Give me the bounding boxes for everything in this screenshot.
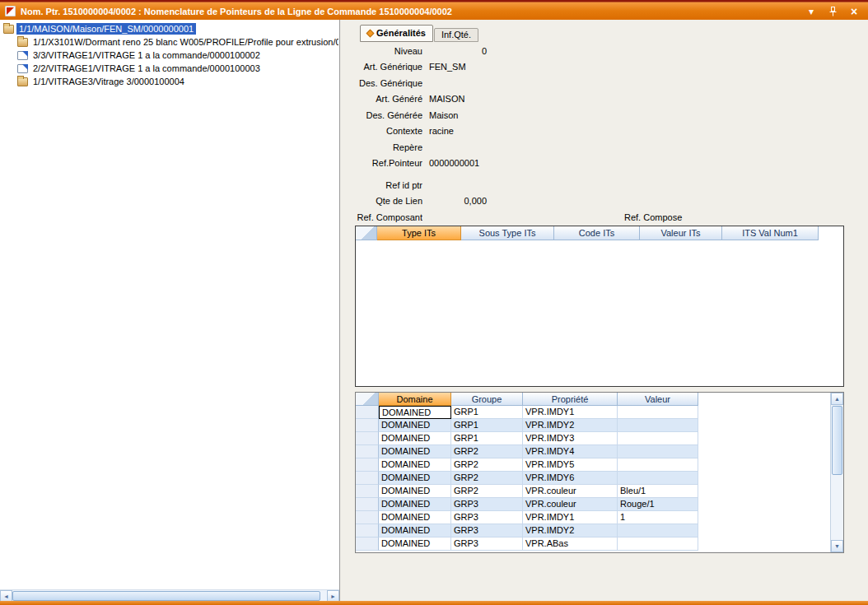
row-selector-cell[interactable]: [356, 406, 379, 419]
cell-groupe[interactable]: GRP3: [451, 524, 523, 538]
domain-grid-row[interactable]: DOMAINED GRP1 VPR.IMDY3: [356, 432, 830, 445]
cell-valeur[interactable]: [618, 432, 698, 445]
cell-domaine[interactable]: DOMAINED: [379, 498, 451, 511]
domain-column-header[interactable]: Valeur: [618, 393, 698, 406]
cell-domaine[interactable]: DOMAINED: [379, 524, 451, 538]
tree-item[interactable]: 2/2/VITRAGE1/VITRAGE 1 a la commande/000…: [0, 62, 338, 75]
cell-propriete[interactable]: VPR.IMDY2: [523, 419, 618, 432]
domain-grid-row[interactable]: DOMAINED GRP3 VPR.IMDY1 1: [356, 511, 830, 524]
cell-domaine[interactable]: DOMAINED: [379, 511, 451, 524]
cell-valeur[interactable]: [618, 458, 698, 472]
cell-groupe[interactable]: GRP1: [451, 432, 523, 445]
cell-propriete[interactable]: VPR.IMDY3: [523, 432, 618, 445]
tree-horizontal-scrollbar[interactable]: ◄ ►: [0, 589, 339, 601]
its-column-header[interactable]: Sous Type ITs: [461, 226, 554, 240]
cell-groupe[interactable]: GRP3: [451, 538, 523, 551]
cell-propriete[interactable]: VPR.IMDY5: [523, 458, 618, 472]
cell-propriete[interactable]: VPR.IMDY2: [523, 524, 618, 538]
row-selector-cell[interactable]: [356, 472, 379, 485]
cell-propriete[interactable]: VPR.ABas: [523, 538, 618, 551]
scroll-left-button[interactable]: ◄: [0, 590, 12, 602]
window-menu-dropdown-icon[interactable]: ▾: [805, 5, 817, 18]
domain-grid-row[interactable]: DOMAINED GRP2 VPR.couleur Bleu/1: [356, 485, 830, 498]
domain-vertical-scrollbar[interactable]: ▲ ▼: [830, 393, 843, 552]
cell-domaine[interactable]: DOMAINED: [379, 419, 451, 432]
window-bottom-edge: [0, 601, 868, 605]
cell-valeur[interactable]: [618, 445, 698, 458]
cell-domaine[interactable]: DOMAINED: [379, 432, 451, 445]
its-column-header[interactable]: ITS Val Num1: [722, 226, 819, 240]
cell-valeur[interactable]: [618, 538, 698, 551]
cell-propriete[interactable]: VPR.IMDY6: [523, 472, 618, 485]
tab[interactable]: Généralités: [360, 25, 433, 42]
tab[interactable]: Inf.Qté.: [434, 28, 478, 42]
scroll-up-button[interactable]: ▲: [831, 393, 843, 405]
row-selector-cell[interactable]: [356, 485, 379, 498]
tree-item[interactable]: 3/3/VITRAGE1/VITRAGE 1 a la commande/000…: [0, 49, 338, 62]
row-selector-cell[interactable]: [356, 432, 379, 445]
close-icon[interactable]: ×: [848, 5, 860, 18]
its-column-header[interactable]: Code ITs: [554, 226, 640, 240]
cell-domaine[interactable]: DOMAINED: [379, 538, 451, 551]
cell-domaine[interactable]: DOMAINED: [379, 406, 451, 419]
domain-grid-row[interactable]: DOMAINED GRP3 VPR.IMDY2: [356, 524, 830, 538]
domain-grid-row[interactable]: DOMAINED GRP2 VPR.IMDY4: [356, 445, 830, 458]
pin-icon[interactable]: [827, 5, 838, 18]
domain-grid-row[interactable]: DOMAINED GRP3 VPR.ABas: [356, 538, 830, 551]
cell-propriete[interactable]: VPR.couleur: [523, 498, 618, 511]
cell-propriete[interactable]: VPR.IMDY4: [523, 445, 618, 458]
row-selector-cell[interactable]: [356, 498, 379, 511]
pin-glyph: [829, 7, 837, 16]
row-selector-cell[interactable]: [356, 419, 379, 432]
row-selector-cell[interactable]: [356, 538, 379, 551]
domain-grid-row[interactable]: DOMAINED GRP1 VPR.IMDY1: [356, 406, 830, 419]
cell-groupe[interactable]: GRP2: [451, 485, 523, 498]
scroll-right-button[interactable]: ►: [327, 590, 339, 602]
its-select-all-corner[interactable]: [356, 226, 377, 240]
cell-valeur[interactable]: 1: [618, 511, 698, 524]
scroll-down-button[interactable]: ▼: [831, 540, 843, 552]
domain-column-header[interactable]: Propriété: [523, 393, 618, 406]
field-value: Maison: [429, 110, 458, 120]
row-selector-cell[interactable]: [356, 458, 379, 472]
row-selector-cell[interactable]: [356, 511, 379, 524]
cell-domaine[interactable]: DOMAINED: [379, 485, 451, 498]
scroll-thumb[interactable]: [12, 591, 320, 601]
cell-groupe[interactable]: GRP3: [451, 511, 523, 524]
cell-valeur[interactable]: Rouge/1: [618, 498, 698, 511]
its-column-header[interactable]: Type ITs: [377, 226, 461, 240]
cell-valeur[interactable]: Bleu/1: [618, 485, 698, 498]
cell-propriete[interactable]: VPR.couleur: [523, 485, 618, 498]
domain-select-all-corner[interactable]: [356, 393, 379, 406]
cell-valeur[interactable]: [618, 419, 698, 432]
its-grid-body[interactable]: [356, 240, 843, 386]
row-selector-cell[interactable]: [356, 445, 379, 458]
field-value: 0: [429, 46, 487, 56]
domain-grid-row[interactable]: DOMAINED GRP3 VPR.couleur Rouge/1: [356, 498, 830, 511]
cell-groupe[interactable]: GRP1: [451, 419, 523, 432]
tree-item[interactable]: 1/1/VITRAGE3/Vitrage 3/0000100004: [0, 75, 338, 88]
cell-valeur[interactable]: [618, 406, 698, 419]
cell-domaine[interactable]: DOMAINED: [379, 445, 451, 458]
domain-grid-row[interactable]: DOMAINED GRP2 VPR.IMDY6: [356, 472, 830, 485]
cell-domaine[interactable]: DOMAINED: [379, 458, 451, 472]
cell-propriete[interactable]: VPR.IMDY1: [523, 511, 618, 524]
domain-grid-row[interactable]: DOMAINED GRP1 VPR.IMDY2: [356, 419, 830, 432]
tree-item[interactable]: 1/1/MAISON/Maison/FEN_SM/0000000001: [0, 22, 338, 35]
domain-grid-row[interactable]: DOMAINED GRP2 VPR.IMDY5: [356, 458, 830, 472]
cell-groupe[interactable]: GRP2: [451, 445, 523, 458]
scroll-thumb[interactable]: [832, 406, 842, 475]
cell-propriete[interactable]: VPR.IMDY1: [523, 406, 618, 419]
tree-item[interactable]: 1/1/X3101W/Dormant reno 25 blanc W005/PR…: [0, 35, 338, 49]
cell-domaine[interactable]: DOMAINED: [379, 472, 451, 485]
cell-groupe[interactable]: GRP3: [451, 498, 523, 511]
cell-valeur[interactable]: [618, 524, 698, 538]
cell-groupe[interactable]: GRP2: [451, 472, 523, 485]
cell-groupe[interactable]: GRP2: [451, 458, 523, 472]
cell-groupe[interactable]: GRP1: [451, 406, 523, 419]
its-column-header[interactable]: Valeur ITs: [640, 226, 722, 240]
domain-column-header[interactable]: Groupe: [451, 393, 523, 406]
cell-valeur[interactable]: [618, 472, 698, 485]
domain-column-header[interactable]: Domaine: [379, 393, 451, 406]
row-selector-cell[interactable]: [356, 524, 379, 538]
